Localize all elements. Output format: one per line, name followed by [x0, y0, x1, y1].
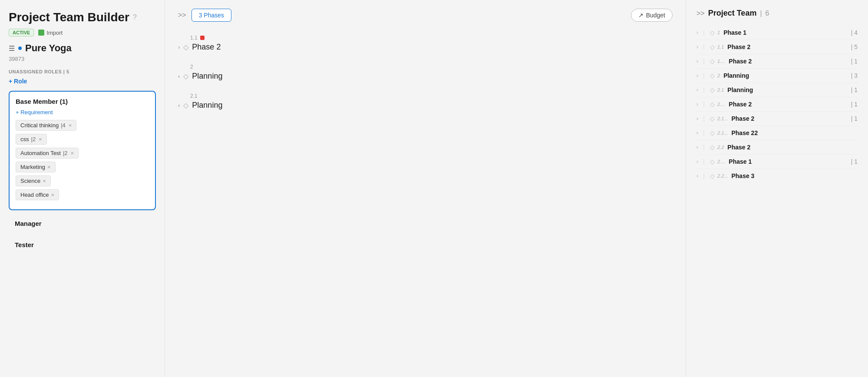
- ri-chevron-icon: ›: [696, 159, 698, 165]
- add-role-button[interactable]: + Role: [9, 78, 27, 85]
- add-requirement-button[interactable]: + Requirement: [16, 109, 53, 116]
- expand-arrows-icon[interactable]: >>: [178, 11, 186, 19]
- ri-dots-icon: ⋮: [701, 29, 707, 36]
- project-name: Pure Yoga: [25, 43, 72, 54]
- tag-count: |2: [63, 150, 68, 156]
- ri-dots-icon: ⋮: [701, 72, 707, 79]
- tag-head-office[interactable]: Head office ×: [16, 189, 59, 200]
- ri-phase-name: Phase 2: [731, 115, 754, 122]
- right-item-planning2[interactable]: › ⋮ ◇ 2 Planning | 3: [696, 69, 858, 83]
- ri-diamond-icon: ◇: [710, 72, 715, 79]
- phase-number-1-1: 1.1: [190, 35, 673, 41]
- red-square-icon: [200, 36, 205, 40]
- right-panel: >> Project Team | 6 › ⋮ ◇ 1 Phase 1 | 4 …: [686, 0, 868, 377]
- ri-dots-icon: ⋮: [701, 86, 707, 93]
- unassigned-separator: |: [63, 69, 66, 74]
- phase-number-2-1: 2.1: [190, 93, 673, 99]
- diamond-icon: ◇: [183, 43, 188, 51]
- ri-phase-num: 2.1...: [717, 130, 728, 136]
- project-name-row: ☰ Pure Yoga: [9, 43, 156, 54]
- ri-phase-num: 1.1: [717, 44, 724, 50]
- tag-close-icon[interactable]: ×: [69, 122, 72, 128]
- right-item-phase3[interactable]: › ⋮ ◇ 2.2... Phase 3: [696, 169, 858, 183]
- phase-row-1-1[interactable]: › ◇ Phase 2: [178, 43, 673, 52]
- phase-row-2[interactable]: › ◇ Planning: [178, 72, 673, 81]
- ri-count: | 5: [851, 43, 858, 50]
- import-link[interactable]: Import: [38, 30, 63, 36]
- tag-name: Science: [20, 178, 40, 184]
- ri-chevron-icon: ›: [696, 30, 698, 36]
- tag-automation-test[interactable]: Automation Test |2 ×: [16, 148, 79, 159]
- tag-close-icon[interactable]: ×: [39, 136, 42, 142]
- ri-diamond-icon: ◇: [710, 144, 715, 151]
- ri-phase-name: Phase 2: [729, 58, 752, 65]
- ri-phase-num: 2.2: [717, 145, 724, 150]
- hamburger-icon[interactable]: ☰: [9, 44, 15, 53]
- ri-count: | 1: [851, 115, 858, 122]
- ri-chevron-icon: ›: [696, 173, 698, 179]
- tag-close-icon[interactable]: ×: [71, 150, 74, 156]
- phase-item-2-1: 2.1 › ◇ Planning: [178, 93, 673, 110]
- tag-row-critical-thinking: Critical thinking |4 ×: [16, 120, 149, 131]
- ri-phase-num: 2.1...: [717, 116, 728, 121]
- tag-close-icon[interactable]: ×: [51, 192, 55, 198]
- tag-css[interactable]: css |2 ×: [16, 134, 47, 145]
- role-item-manager[interactable]: Manager: [9, 215, 156, 232]
- phase-row-2-1[interactable]: › ◇ Planning: [178, 101, 673, 110]
- help-icon[interactable]: ?: [133, 13, 137, 21]
- ri-dots-icon: ⋮: [701, 43, 707, 50]
- ri-chevron-icon: ›: [696, 101, 698, 107]
- tag-marketing[interactable]: Marketing ×: [16, 162, 56, 172]
- ri-chevron-icon: ›: [696, 87, 698, 93]
- tag-close-icon[interactable]: ×: [43, 178, 46, 184]
- ri-chevron-icon: ›: [696, 58, 698, 64]
- ri-phase-num: 1....: [717, 59, 725, 64]
- right-panel-header: >> Project Team | 6: [696, 9, 858, 18]
- middle-header: >> 3 Phases ↗ Budget: [178, 9, 673, 22]
- role-item-tester[interactable]: Tester: [9, 236, 156, 254]
- phase-number-2: 2: [190, 64, 673, 70]
- tag-count: |4: [61, 122, 66, 129]
- budget-button[interactable]: ↗ Budget: [631, 9, 673, 22]
- tag-science[interactable]: Science ×: [16, 175, 51, 186]
- import-label: Import: [46, 30, 63, 36]
- tag-name: css: [20, 136, 29, 142]
- ri-dots-icon: ⋮: [701, 158, 707, 165]
- right-item-phase22[interactable]: › ⋮ ◇ 2.1... Phase 22: [696, 126, 858, 140]
- ri-phase-num: 2.2...: [717, 173, 728, 179]
- right-item-phase1-1[interactable]: › ⋮ ◇ 1.1 Phase 2 | 5: [696, 40, 858, 54]
- ri-diamond-icon: ◇: [710, 158, 715, 165]
- chevron-right-icon[interactable]: ›: [178, 102, 180, 109]
- right-expand-icon[interactable]: >>: [696, 10, 705, 17]
- base-member-card: Base Member (1) + Requirement Critical t…: [9, 91, 156, 210]
- left-panel: Project Team Builder ? ACTIVE Import ☰ P…: [0, 0, 165, 377]
- right-panel-count: 6: [766, 10, 769, 17]
- ri-count: | 1: [851, 86, 858, 93]
- ri-diamond-icon: ◇: [710, 115, 715, 122]
- right-panel-separator: |: [760, 10, 762, 17]
- chevron-right-icon[interactable]: ›: [178, 73, 180, 79]
- ri-phase-num: 1: [717, 30, 720, 35]
- external-link-icon: ↗: [638, 12, 644, 19]
- right-item-phase2-1-ellipsis[interactable]: › ⋮ ◇ 2.1... Phase 2 | 1: [696, 112, 858, 126]
- chevron-right-icon[interactable]: ›: [178, 44, 180, 50]
- right-item-phase2-ellipsis[interactable]: › ⋮ ◇ 2.... Phase 2 | 1: [696, 97, 858, 112]
- right-item-phase2-2[interactable]: › ⋮ ◇ 2.2 Phase 2: [696, 140, 858, 155]
- right-item-planning2-1[interactable]: › ⋮ ◇ 2.1 Planning | 1: [696, 83, 858, 97]
- ri-dots-icon: ⋮: [701, 115, 707, 122]
- ri-count: | 3: [851, 72, 858, 79]
- right-panel-title: Project Team: [708, 9, 757, 18]
- ri-phase-name: Phase 2: [727, 43, 750, 50]
- role-card-title: Base Member (1): [16, 98, 149, 105]
- tag-row-science: Science ×: [16, 175, 149, 186]
- tag-critical-thinking[interactable]: Critical thinking |4 ×: [16, 120, 76, 131]
- phases-button[interactable]: 3 Phases: [191, 9, 231, 22]
- ri-count: | 1: [851, 158, 858, 165]
- ri-dots-icon: ⋮: [701, 129, 707, 136]
- right-item-phase1-ellipsis[interactable]: › ⋮ ◇ 1.... Phase 2 | 1: [696, 54, 858, 69]
- tag-close-icon[interactable]: ×: [47, 164, 51, 170]
- right-item-phase1[interactable]: › ⋮ ◇ 1 Phase 1 | 4: [696, 26, 858, 40]
- ri-count: | 1: [851, 101, 858, 108]
- title-badges: ACTIVE Import: [9, 29, 156, 36]
- right-item-phase1-last[interactable]: › ⋮ ◇ 2.... Phase 1 | 1: [696, 155, 858, 169]
